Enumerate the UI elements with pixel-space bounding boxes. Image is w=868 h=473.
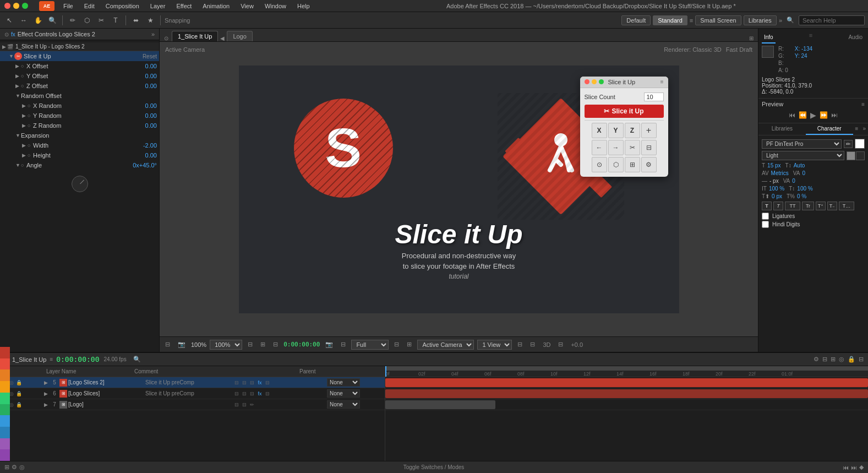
maximize-button[interactable] xyxy=(22,3,28,9)
vb-toggle[interactable]: ⊟ xyxy=(515,340,525,349)
layer-5-sw3[interactable]: ⊟ xyxy=(249,379,255,386)
color-9[interactable] xyxy=(0,438,10,450)
layer-7-sw2[interactable]: ⊟ xyxy=(241,401,248,408)
vb-reset[interactable]: +0.0 xyxy=(569,340,585,349)
timeline-cursor[interactable] xyxy=(385,366,386,377)
height-value[interactable]: 0.00 xyxy=(145,152,157,159)
fg-color-box[interactable] xyxy=(847,151,855,160)
color-3[interactable] xyxy=(0,369,10,381)
vb-show-btn[interactable]: ⊞ xyxy=(405,340,414,349)
timeline-label-btn[interactable]: ⊟ xyxy=(859,356,864,363)
preview-last[interactable]: ⏭ xyxy=(830,110,839,120)
bt-new-comp[interactable]: ⊞ xyxy=(4,464,9,471)
bt-jump-prev[interactable]: ⏮ xyxy=(843,464,849,471)
effect-group-header[interactable]: ▼ ✂ Slice it Up Reset xyxy=(0,51,159,61)
preview-back[interactable]: ⏪ xyxy=(798,110,808,120)
ligatures-checkbox[interactable] xyxy=(762,213,769,220)
layer-6-fx[interactable]: fx xyxy=(256,390,263,397)
minimize-button[interactable] xyxy=(13,3,19,9)
vb-region2[interactable]: ⊞ xyxy=(258,340,268,349)
tool-select[interactable]: ↖ xyxy=(3,14,15,26)
workspace-small-screen[interactable]: Small Screen xyxy=(695,15,741,25)
tool-shape[interactable]: ⬡ xyxy=(81,14,93,26)
track-bar-7[interactable] xyxy=(385,400,495,409)
timeline-search-btn[interactable]: 🔍 xyxy=(133,356,141,363)
sp-menu-icon[interactable]: ≡ xyxy=(660,79,664,85)
color-1[interactable] xyxy=(0,347,10,358)
workspace-standard[interactable]: Standard xyxy=(653,15,687,25)
vb-region[interactable]: ⊟ xyxy=(163,340,172,349)
vb-fit[interactable]: ⊟ xyxy=(245,340,255,349)
tsukuri-value[interactable]: 0 % xyxy=(797,193,806,199)
property-z-random[interactable]: ▶ ○ Z Random 0.00 xyxy=(0,121,159,131)
workspace-default[interactable]: Default xyxy=(621,15,651,25)
metrics-label[interactable]: Metrics xyxy=(771,170,789,176)
sp-maximize-btn[interactable] xyxy=(599,79,604,84)
tool-zoom[interactable]: 🔍 xyxy=(46,14,58,26)
random-offset-group[interactable]: ▼ Random Offset xyxy=(0,91,159,101)
color-4[interactable] xyxy=(0,381,10,393)
workspace-libraries[interactable]: Libraries xyxy=(744,15,777,25)
h-scale-value[interactable]: 100 % xyxy=(769,186,784,192)
super-btn[interactable]: T⁺ xyxy=(816,202,826,210)
auto-label[interactable]: Auto xyxy=(794,162,805,168)
sp-nav-cut[interactable]: ✂ xyxy=(625,140,640,155)
underline-btn[interactable]: T… xyxy=(839,202,854,210)
tab-audio[interactable]: Audio xyxy=(846,32,865,44)
slice-it-up-button[interactable]: ✂ Slice it Up xyxy=(585,105,664,118)
track-row-7[interactable] xyxy=(385,399,868,410)
vb-camera-icon[interactable]: 📷 xyxy=(323,340,335,349)
sp-nav-gear[interactable]: ⚙ xyxy=(641,157,657,172)
resolution-select[interactable]: FullHalfQuarter xyxy=(351,340,389,350)
bt-keyframe[interactable]: ◆ xyxy=(859,464,864,471)
expansion-group[interactable]: ▼ Expansion xyxy=(0,131,159,140)
menu-view[interactable]: View xyxy=(238,2,256,10)
tool-anchor[interactable]: ⬌ xyxy=(130,14,142,26)
camera-select[interactable]: Active Camera xyxy=(417,340,474,350)
color-8[interactable] xyxy=(0,427,10,438)
track-bar-5[interactable] xyxy=(385,378,868,387)
angle-dial[interactable] xyxy=(72,176,88,192)
tab-character[interactable]: Character xyxy=(806,123,853,135)
v-scale-value[interactable]: 100 % xyxy=(797,186,812,192)
timeline-lock-btn[interactable]: 🔒 xyxy=(848,356,855,363)
x-offset-value[interactable]: 0.00 xyxy=(145,63,157,69)
timeline-toggle-btn[interactable]: ⊟ xyxy=(822,356,827,363)
tab-slice-it-up[interactable]: 1_Slice It Up xyxy=(172,31,218,41)
layer-6-sw1[interactable]: ⊟ xyxy=(233,390,240,397)
layer-7-sw1[interactable]: ⊟ xyxy=(233,401,240,408)
layer-row-5[interactable]: 👁 ◎ 🔒 ▶ 5 ⊞ [Logo Slices 2] Slice it Up … xyxy=(0,377,385,388)
vb-exposure[interactable]: ⊟ xyxy=(556,340,565,349)
baseline-value[interactable]: 0 px xyxy=(772,193,782,199)
tool-text[interactable]: T xyxy=(110,14,122,26)
color-5[interactable] xyxy=(0,393,10,404)
close-button[interactable] xyxy=(4,3,10,9)
font-size-value[interactable]: 15 px xyxy=(767,162,780,168)
sp-nav-plus[interactable]: + xyxy=(641,123,657,138)
preview-first[interactable]: ⏮ xyxy=(788,110,796,120)
menu-edit[interactable]: Edit xyxy=(82,2,97,10)
color-10[interactable] xyxy=(0,449,10,461)
menu-window[interactable]: Window xyxy=(263,2,288,10)
search-input[interactable] xyxy=(799,15,865,25)
sp-close-btn[interactable] xyxy=(585,79,589,84)
vb-resolution[interactable]: ⊟ xyxy=(339,340,348,349)
y-offset-value[interactable]: 0.00 xyxy=(145,73,157,79)
va2-value[interactable]: 0 xyxy=(792,178,795,184)
tool-camera[interactable]: ★ xyxy=(144,14,156,26)
sp-minimize-btn[interactable] xyxy=(592,79,597,84)
color-2[interactable] xyxy=(0,358,10,370)
menu-effect[interactable]: Effect xyxy=(174,2,194,10)
font-edit-btn[interactable]: ✏ xyxy=(844,140,853,148)
layer-5-expand[interactable]: ▶ xyxy=(44,380,50,385)
font-family-select[interactable]: PF DinText Pro xyxy=(762,139,842,149)
layer-row-7[interactable]: 👁 ◎ 🔒 ▶ 7 ⊞ [Logo] ⊟ ⊟ ✏ None xyxy=(0,399,385,410)
work-area-bar[interactable] xyxy=(385,366,868,371)
bt-settings[interactable]: ⚙ xyxy=(12,464,17,471)
layer-6-sw2[interactable]: ⊟ xyxy=(241,390,248,397)
view-select[interactable]: 1 View xyxy=(477,340,512,350)
width-value[interactable]: -2.00 xyxy=(143,142,157,149)
sp-nav-next[interactable]: → xyxy=(608,140,624,155)
tool-hand[interactable]: ✋ xyxy=(32,14,44,26)
sp-nav-x[interactable]: X xyxy=(592,123,607,138)
